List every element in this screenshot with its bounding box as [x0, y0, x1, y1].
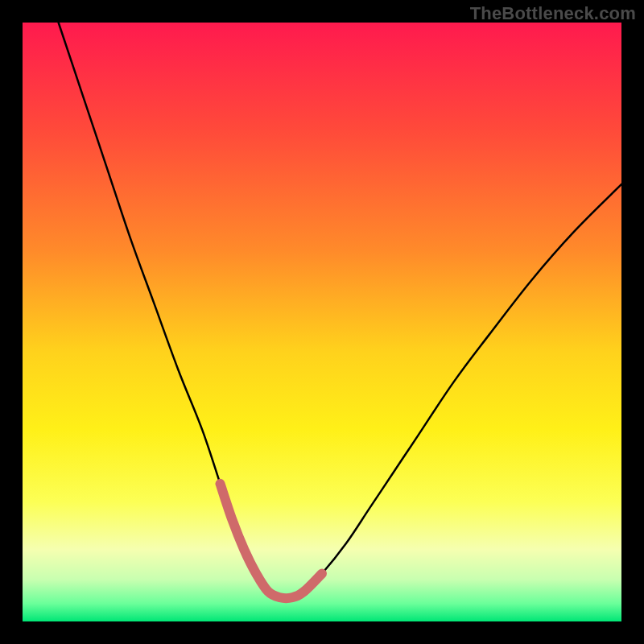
bottleneck-curve — [59, 23, 621, 598]
plot-area — [23, 23, 621, 621]
watermark-text: TheBottleneck.com — [470, 3, 636, 24]
near-zero-highlight — [221, 484, 322, 598]
chart-frame: TheBottleneck.com — [0, 0, 644, 644]
curve-layer — [23, 23, 621, 621]
